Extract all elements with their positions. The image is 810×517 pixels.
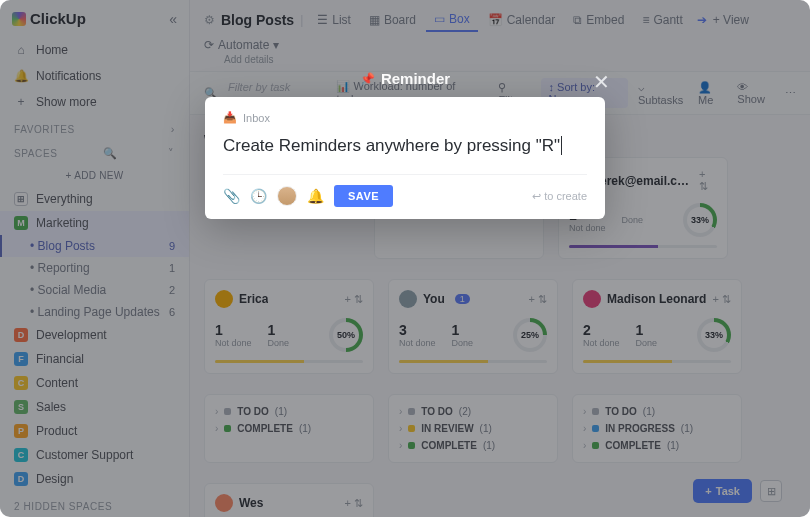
bell-icon[interactable]: 🔔 — [307, 188, 324, 204]
inbox-icon: 📥 — [223, 111, 237, 124]
close-icon[interactable]: ✕ — [593, 70, 610, 94]
reminder-modal: 📥Inbox Create Reminders anywhere by pres… — [205, 97, 605, 219]
clock-icon[interactable]: 🕒 — [250, 188, 267, 204]
modal-overlay[interactable]: ✕ 📌Reminder 📥Inbox Create Reminders anyw… — [0, 0, 810, 517]
modal-breadcrumb[interactable]: 📥Inbox — [223, 111, 587, 124]
create-hint: ↩ to create — [532, 190, 587, 203]
modal-heading: 📌Reminder — [360, 70, 450, 87]
assignee-avatar[interactable] — [277, 186, 297, 206]
save-button[interactable]: SAVE — [334, 185, 393, 207]
reminder-input[interactable]: Create Reminders anywhere by pressing "R… — [223, 124, 587, 174]
pin-icon: 📌 — [360, 72, 375, 86]
attachment-icon[interactable]: 📎 — [223, 188, 240, 204]
